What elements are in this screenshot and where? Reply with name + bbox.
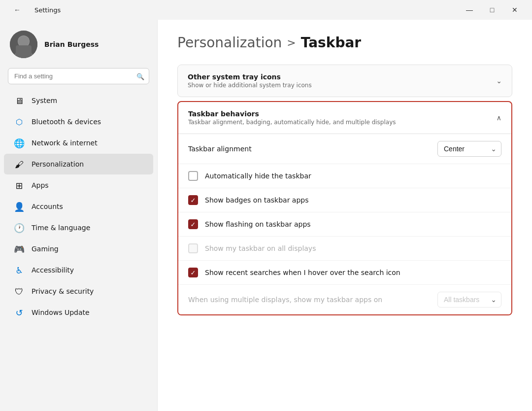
title-bar: ← Settings — □ ✕ [0,0,532,20]
sidebar-item-bluetooth[interactable]: ⬡ Bluetooth & devices [4,111,153,132]
update-icon: ↺ [14,307,25,318]
sidebar-item-accounts[interactable]: 👤 Accounts [4,196,153,217]
alignment-row: Taskbar alignment Center Left [178,134,511,164]
sidebar-item-apps-label: Apps [32,181,49,189]
main-content: Personalization > Taskbar Other system t… [158,20,532,411]
flashing-row[interactable]: Show flashing on taskbar apps [178,212,511,237]
system-tray-title: Other system tray icons [188,73,312,81]
recentsearches-label: Show recent searches when I hover over t… [205,269,400,276]
sidebar-item-privacy-label: Privacy & security [32,287,94,295]
privacy-icon: 🛡 [14,286,25,297]
alldisplays-checkbox[interactable] [188,243,198,253]
multidisplay-select-wrap: All taskbars [437,292,501,308]
sidebar-item-network[interactable]: 🌐 Network & internet [4,133,153,153]
alldisplays-label: Show my taskbar on all displays [205,244,316,252]
multidisplay-row: When using multiple displays, show my ta… [178,285,511,314]
badges-row[interactable]: Show badges on taskbar apps [178,188,511,212]
system-tray-text: Other system tray icons Show or hide add… [188,73,312,89]
svg-rect-4 [16,45,32,58]
badges-checkbox[interactable] [188,195,198,205]
alignment-select[interactable]: Center Left [437,141,501,157]
system-icon: 🖥 [14,95,25,106]
search-icon: 🔍 [136,72,144,80]
accounts-icon: 👤 [14,201,25,212]
time-icon: 🕐 [14,222,25,233]
bluetooth-icon: ⬡ [14,116,25,127]
autohide-label: Automatically hide the taskbar [205,172,311,180]
sidebar-item-personalization-label: Personalization [32,160,84,168]
app-container: Brian Burgess 🔍 🖥 System ⬡ Bluetooth & d… [0,20,532,411]
taskbar-behaviors-section: Taskbar behaviors Taskbar alignment, bad… [177,101,512,315]
page-header: Personalization > Taskbar [177,34,512,51]
personalization-icon: 🖌 [14,159,25,170]
sidebar-item-gaming[interactable]: 🎮 Gaming [4,239,153,259]
taskbar-behaviors-subtitle: Taskbar alignment, badging, automaticall… [188,119,396,126]
minimize-button[interactable]: — [458,2,481,18]
search-box: 🔍 [8,68,149,84]
sidebar-item-bluetooth-label: Bluetooth & devices [32,118,101,126]
sidebar-item-apps[interactable]: ⊞ Apps [4,175,153,196]
sidebar-nav: 🖥 System ⬡ Bluetooth & devices 🌐 Network… [0,90,157,323]
maximize-button[interactable]: □ [481,2,503,18]
apps-icon: ⊞ [14,180,25,191]
taskbar-behaviors-text: Taskbar behaviors Taskbar alignment, bad… [188,110,396,126]
accessibility-icon: ♿ [14,265,25,275]
avatar [10,31,37,58]
alldisplays-row[interactable]: Show my taskbar on all displays [178,237,511,261]
sidebar-item-system-label: System [32,97,57,104]
breadcrumb-parent: Personalization [177,34,282,51]
sidebar-item-system[interactable]: 🖥 System [4,90,153,111]
system-tray-header[interactable]: Other system tray icons Show or hide add… [178,65,512,97]
system-tray-section: Other system tray icons Show or hide add… [177,65,512,97]
sidebar-item-accessibility-label: Accessibility [32,266,74,274]
behaviors-content: Taskbar alignment Center Left Automatica… [178,134,511,314]
network-icon: 🌐 [14,137,25,148]
autohide-checkbox[interactable] [188,171,198,181]
autohide-row[interactable]: Automatically hide the taskbar [178,164,511,188]
recentsearches-checkbox[interactable] [188,268,198,277]
gaming-icon: 🎮 [14,243,25,254]
sidebar-item-time-label: Time & language [32,224,90,232]
back-button[interactable]: ← [6,2,29,18]
multidisplay-label: When using multiple displays, show my ta… [188,296,382,304]
breadcrumb-current: Taskbar [301,34,361,51]
sidebar-item-accounts-label: Accounts [32,203,63,210]
taskbar-behaviors-header[interactable]: Taskbar behaviors Taskbar alignment, bad… [178,102,511,134]
system-tray-chevron: ⌄ [496,77,502,85]
sidebar-item-update[interactable]: ↺ Windows Update [4,302,153,323]
sidebar-item-gaming-label: Gaming [32,245,59,253]
search-input[interactable] [8,68,149,84]
taskbar-behaviors-chevron: ∧ [497,114,501,122]
user-name: Brian Burgess [44,40,99,48]
flashing-label: Show flashing on taskbar apps [205,220,311,228]
app-title: Settings [34,6,61,14]
system-tray-subtitle: Show or hide additional system tray icon… [188,82,312,89]
multidisplay-select[interactable]: All taskbars [437,292,501,308]
breadcrumb-separator: > [287,36,296,49]
taskbar-behaviors-title: Taskbar behaviors [188,110,396,118]
sidebar-item-update-label: Windows Update [32,308,90,316]
alignment-select-wrap: Center Left [437,141,501,157]
sidebar-item-time[interactable]: 🕐 Time & language [4,217,153,238]
sidebar-item-privacy[interactable]: 🛡 Privacy & security [4,281,153,302]
sidebar-item-accessibility[interactable]: ♿ Accessibility [4,260,153,280]
alignment-label: Taskbar alignment [188,145,252,153]
sidebar-item-network-label: Network & internet [32,139,98,147]
sidebar: Brian Burgess 🔍 🖥 System ⬡ Bluetooth & d… [0,20,158,411]
avatar-image [10,31,37,58]
sidebar-item-personalization[interactable]: 🖌 Personalization [4,154,153,174]
badges-label: Show badges on taskbar apps [205,196,309,204]
user-profile: Brian Burgess [0,26,157,68]
window-controls: — □ ✕ [458,2,526,18]
flashing-checkbox[interactable] [188,219,198,229]
close-button[interactable]: ✕ [503,2,526,18]
svg-point-3 [18,36,29,47]
recentsearches-row[interactable]: Show recent searches when I hover over t… [178,261,511,285]
